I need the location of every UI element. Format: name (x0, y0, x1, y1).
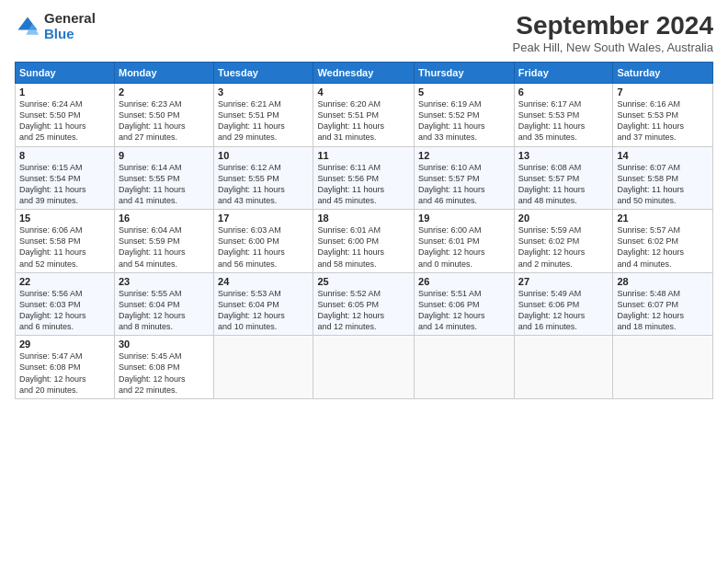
calendar-day-cell: 27Sunrise: 5:49 AM Sunset: 6:06 PM Dayli… (514, 272, 613, 336)
calendar-day-cell (313, 336, 415, 399)
day-info: Sunrise: 6:01 AM Sunset: 6:00 PM Dayligh… (317, 225, 384, 268)
day-number: 13 (518, 150, 609, 161)
day-number: 4 (317, 86, 410, 98)
day-number: 27 (518, 276, 609, 287)
page: General Blue September 2024 Peak Hill, N… (0, 0, 728, 563)
day-number: 15 (19, 213, 110, 224)
day-info: Sunrise: 5:45 AM Sunset: 6:08 PM Dayligh… (119, 351, 186, 394)
header: General Blue September 2024 Peak Hill, N… (15, 11, 713, 54)
calendar-day-cell: 12Sunrise: 6:10 AM Sunset: 5:57 PM Dayli… (415, 146, 515, 210)
day-number: 7 (617, 86, 709, 98)
calendar-day-cell: 1Sunrise: 6:24 AM Sunset: 5:50 PM Daylig… (16, 84, 115, 147)
calendar-day-cell (514, 336, 613, 399)
calendar-week-row: 15Sunrise: 6:06 AM Sunset: 5:58 PM Dayli… (16, 210, 713, 273)
day-info: Sunrise: 6:15 AM Sunset: 5:54 PM Dayligh… (19, 163, 86, 205)
day-number: 20 (518, 213, 609, 224)
calendar-day-header: Thursday (415, 63, 515, 84)
day-number: 6 (518, 86, 609, 98)
calendar: SundayMondayTuesdayWednesdayThursdayFrid… (15, 62, 713, 399)
day-info: Sunrise: 6:04 AM Sunset: 5:59 PM Dayligh… (119, 225, 186, 268)
calendar-day-cell (415, 336, 515, 399)
day-info: Sunrise: 5:59 AM Sunset: 6:02 PM Dayligh… (518, 225, 586, 268)
day-info: Sunrise: 6:11 AM Sunset: 5:56 PM Dayligh… (317, 163, 384, 205)
day-number: 19 (418, 213, 510, 224)
logo-icon (15, 14, 40, 40)
day-info: Sunrise: 6:10 AM Sunset: 5:57 PM Dayligh… (418, 163, 485, 205)
day-info: Sunrise: 6:14 AM Sunset: 5:55 PM Dayligh… (119, 163, 186, 205)
day-info: Sunrise: 5:57 AM Sunset: 6:02 PM Dayligh… (617, 225, 684, 268)
calendar-day-cell: 7Sunrise: 6:16 AM Sunset: 5:53 PM Daylig… (613, 84, 713, 147)
location: Peak Hill, New South Wales, Australia (513, 40, 713, 54)
calendar-day-cell: 22Sunrise: 5:56 AM Sunset: 6:03 PM Dayli… (16, 272, 115, 336)
logo-text: General Blue (44, 11, 96, 41)
day-info: Sunrise: 5:49 AM Sunset: 6:06 PM Dayligh… (518, 289, 586, 331)
calendar-header-row: SundayMondayTuesdayWednesdayThursdayFrid… (16, 63, 713, 84)
calendar-day-cell: 20Sunrise: 5:59 AM Sunset: 6:02 PM Dayli… (514, 210, 613, 273)
calendar-day-cell: 11Sunrise: 6:11 AM Sunset: 5:56 PM Dayli… (313, 146, 415, 210)
day-info: Sunrise: 6:07 AM Sunset: 5:58 PM Dayligh… (617, 163, 684, 205)
day-info: Sunrise: 6:12 AM Sunset: 5:55 PM Dayligh… (218, 163, 285, 205)
day-info: Sunrise: 6:20 AM Sunset: 5:51 PM Dayligh… (317, 99, 384, 142)
calendar-day-cell: 8Sunrise: 6:15 AM Sunset: 5:54 PM Daylig… (16, 146, 115, 210)
day-info: Sunrise: 5:55 AM Sunset: 6:04 PM Dayligh… (119, 289, 186, 331)
calendar-day-cell (214, 336, 313, 399)
day-info: Sunrise: 6:23 AM Sunset: 5:50 PM Dayligh… (119, 99, 186, 142)
day-number: 24 (218, 276, 309, 287)
day-number: 22 (19, 276, 110, 287)
day-number: 9 (119, 150, 210, 161)
calendar-day-cell: 6Sunrise: 6:17 AM Sunset: 5:53 PM Daylig… (514, 84, 613, 147)
day-number: 29 (19, 339, 110, 350)
day-number: 26 (418, 276, 510, 287)
calendar-day-cell: 3Sunrise: 6:21 AM Sunset: 5:51 PM Daylig… (214, 84, 313, 147)
calendar-day-cell: 14Sunrise: 6:07 AM Sunset: 5:58 PM Dayli… (613, 146, 713, 210)
calendar-day-cell: 28Sunrise: 5:48 AM Sunset: 6:07 PM Dayli… (613, 272, 713, 336)
day-info: Sunrise: 5:51 AM Sunset: 6:06 PM Dayligh… (418, 289, 485, 331)
day-info: Sunrise: 6:03 AM Sunset: 6:00 PM Dayligh… (218, 225, 285, 268)
month-title: September 2024 (513, 11, 713, 40)
day-number: 1 (19, 86, 110, 98)
day-info: Sunrise: 6:21 AM Sunset: 5:51 PM Dayligh… (218, 99, 285, 142)
day-info: Sunrise: 6:17 AM Sunset: 5:53 PM Dayligh… (518, 99, 586, 142)
calendar-day-cell (613, 336, 713, 399)
title-area: September 2024 Peak Hill, New South Wale… (513, 11, 713, 54)
day-info: Sunrise: 6:00 AM Sunset: 6:01 PM Dayligh… (418, 225, 485, 268)
day-number: 16 (119, 213, 210, 224)
logo-blue: Blue (44, 27, 96, 42)
calendar-day-header: Saturday (613, 63, 713, 84)
day-number: 3 (218, 86, 309, 98)
calendar-day-cell: 29Sunrise: 5:47 AM Sunset: 6:08 PM Dayli… (16, 336, 115, 399)
day-info: Sunrise: 5:47 AM Sunset: 6:08 PM Dayligh… (19, 351, 86, 394)
calendar-day-header: Tuesday (214, 63, 313, 84)
calendar-day-cell: 10Sunrise: 6:12 AM Sunset: 5:55 PM Dayli… (214, 146, 313, 210)
day-info: Sunrise: 6:08 AM Sunset: 5:57 PM Dayligh… (518, 163, 586, 205)
calendar-week-row: 29Sunrise: 5:47 AM Sunset: 6:08 PM Dayli… (16, 336, 713, 399)
day-number: 11 (317, 150, 410, 161)
day-number: 28 (617, 276, 709, 287)
day-number: 25 (317, 276, 410, 287)
calendar-day-cell: 30Sunrise: 5:45 AM Sunset: 6:08 PM Dayli… (114, 336, 213, 399)
calendar-day-cell: 25Sunrise: 5:52 AM Sunset: 6:05 PM Dayli… (313, 272, 415, 336)
calendar-day-cell: 21Sunrise: 5:57 AM Sunset: 6:02 PM Dayli… (613, 210, 713, 273)
calendar-day-cell: 17Sunrise: 6:03 AM Sunset: 6:00 PM Dayli… (214, 210, 313, 273)
day-number: 17 (218, 213, 309, 224)
logo-general: General (44, 11, 96, 27)
day-number: 18 (317, 213, 410, 224)
day-number: 8 (19, 150, 110, 161)
calendar-day-cell: 9Sunrise: 6:14 AM Sunset: 5:55 PM Daylig… (114, 146, 213, 210)
logo: General Blue (15, 11, 96, 41)
day-number: 10 (218, 150, 309, 161)
day-number: 5 (418, 86, 510, 98)
day-info: Sunrise: 6:24 AM Sunset: 5:50 PM Dayligh… (19, 99, 86, 142)
calendar-day-cell: 19Sunrise: 6:00 AM Sunset: 6:01 PM Dayli… (415, 210, 515, 273)
calendar-week-row: 1Sunrise: 6:24 AM Sunset: 5:50 PM Daylig… (16, 84, 713, 147)
calendar-day-cell: 18Sunrise: 6:01 AM Sunset: 6:00 PM Dayli… (313, 210, 415, 273)
calendar-day-cell: 13Sunrise: 6:08 AM Sunset: 5:57 PM Dayli… (514, 146, 613, 210)
day-number: 30 (119, 339, 210, 350)
calendar-day-header: Monday (114, 63, 213, 84)
day-info: Sunrise: 5:56 AM Sunset: 6:03 PM Dayligh… (19, 289, 86, 331)
day-number: 14 (617, 150, 709, 161)
calendar-week-row: 22Sunrise: 5:56 AM Sunset: 6:03 PM Dayli… (16, 272, 713, 336)
day-number: 2 (119, 86, 210, 98)
day-info: Sunrise: 6:19 AM Sunset: 5:52 PM Dayligh… (418, 99, 485, 142)
calendar-day-cell: 23Sunrise: 5:55 AM Sunset: 6:04 PM Dayli… (114, 272, 213, 336)
